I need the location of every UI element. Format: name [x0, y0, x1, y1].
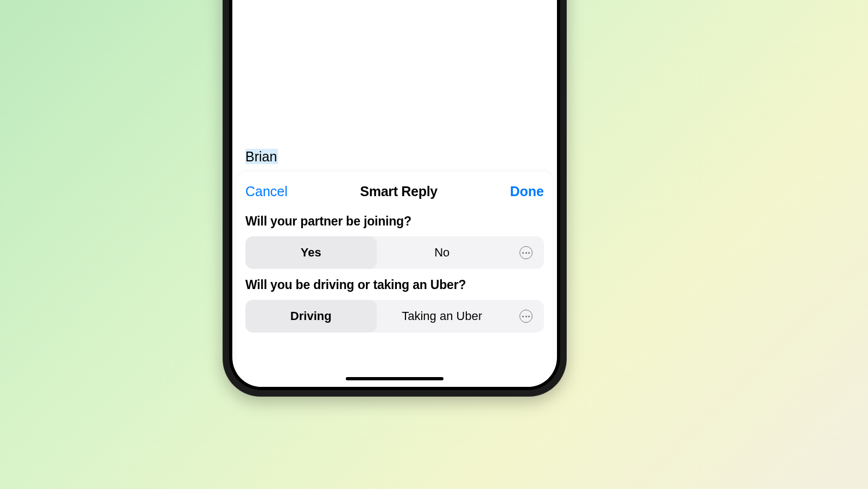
question-block-2: Will you be driving or taking an Uber? D… [245, 278, 544, 333]
ellipsis-icon [519, 310, 533, 323]
question-1-prompt: Will your partner be joining? [245, 214, 544, 229]
question-2-prompt: Will you be driving or taking an Uber? [245, 278, 544, 292]
segmented-control-2: Driving Taking an Uber [245, 300, 544, 333]
done-button[interactable]: Done [510, 184, 544, 199]
ellipsis-icon [519, 246, 533, 259]
home-indicator[interactable] [346, 377, 443, 380]
option-yes[interactable]: Yes [245, 236, 377, 269]
cancel-button[interactable]: Cancel [245, 184, 288, 199]
more-options-button-1[interactable] [508, 236, 544, 269]
email-body-area: Thanks for the invite! We'll be there an… [232, 0, 557, 172]
segmented-control-1: Yes No [245, 236, 544, 269]
background: Thanks for the invite! We'll be there an… [0, 0, 868, 489]
sheet-title: Smart Reply [360, 184, 438, 199]
more-options-button-2[interactable] [508, 300, 544, 333]
phone-bezel: Thanks for the invite! We'll be there an… [229, 0, 560, 390]
question-block-1: Will your partner be joining? Yes No [245, 214, 544, 269]
sheet-header: Cancel Smart Reply Done [245, 177, 544, 205]
email-signature: Brian [245, 149, 278, 164]
smart-reply-sheet: Cancel Smart Reply Done Will your partne… [237, 172, 553, 387]
phone-frame: Thanks for the invite! We'll be there an… [223, 0, 567, 397]
phone-screen: Thanks for the invite! We'll be there an… [232, 0, 557, 387]
option-no[interactable]: No [377, 236, 508, 269]
option-uber[interactable]: Taking an Uber [377, 300, 508, 333]
option-driving[interactable]: Driving [245, 300, 377, 333]
